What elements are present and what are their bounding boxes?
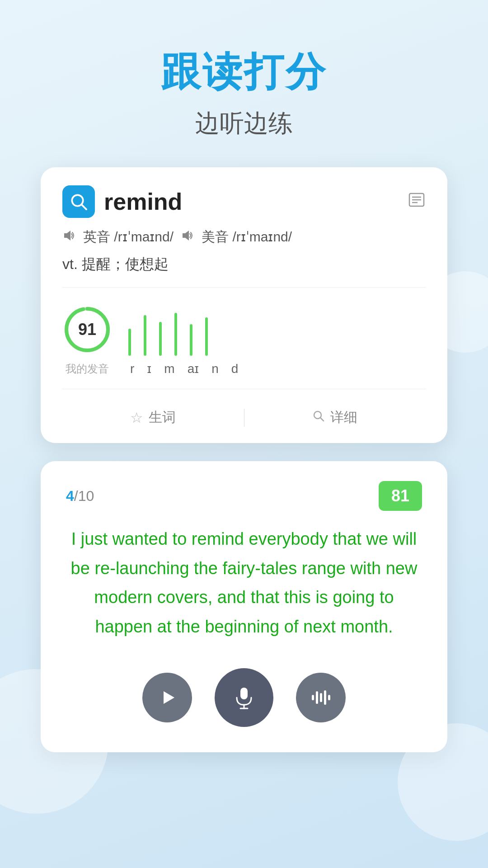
phonetics-row: 英音 /rɪˈmaɪnd/ 美音 /rɪˈmaɪnd/ xyxy=(62,228,426,246)
app-icon xyxy=(62,185,95,218)
word-text: remind xyxy=(104,188,182,215)
phonetic-label-uk: 英音 /rɪˈmaɪnd/ xyxy=(83,228,174,246)
waveform-button[interactable] xyxy=(296,673,346,722)
svg-line-11 xyxy=(320,418,324,421)
svg-rect-13 xyxy=(240,688,248,699)
vocabulary-button[interactable]: ☆ 生词 xyxy=(62,408,244,427)
phoneme-i: ɪ xyxy=(147,361,151,376)
dict-header-left: remind xyxy=(62,185,182,218)
progress-indicator: 4/10 xyxy=(66,488,94,505)
detail-label: 详细 xyxy=(330,408,357,427)
practice-card: 4/10 81 I just wanted to remind everybod… xyxy=(41,461,447,752)
microphone-button[interactable] xyxy=(215,668,273,727)
card-icon xyxy=(408,191,426,213)
dict-header: remind xyxy=(62,185,426,218)
speaker-uk-icon[interactable] xyxy=(62,229,76,245)
svg-marker-7 xyxy=(183,231,189,241)
page-main-title: 跟读打分 xyxy=(161,45,327,99)
bars-row xyxy=(128,320,208,356)
svg-marker-12 xyxy=(164,691,174,704)
divider-bottom xyxy=(62,389,426,389)
dictionary-card: remind 英音 /rɪˈmaɪnd/ xyxy=(41,167,447,443)
bar-3 xyxy=(159,322,162,356)
my-pronunciation-label: 我的发音 xyxy=(66,362,109,376)
progress-text: 4/10 xyxy=(66,488,94,504)
phoneme-n: n xyxy=(211,362,219,376)
controls-row xyxy=(66,668,422,727)
divider-top xyxy=(62,287,426,288)
bar-1 xyxy=(128,329,131,356)
bar-2 xyxy=(144,315,146,356)
phoneme-r: r xyxy=(130,362,134,376)
phoneme-d: d xyxy=(231,362,239,376)
practice-score-badge: 81 xyxy=(379,481,422,511)
progress-separator: / xyxy=(74,488,78,504)
bottom-actions: ☆ 生词 详细 xyxy=(62,397,426,427)
play-button[interactable] xyxy=(142,673,192,722)
star-icon: ☆ xyxy=(130,409,143,426)
score-wave-section: 91 我的发音 r ɪ m aɪ n xyxy=(62,296,426,381)
progress-total: 10 xyxy=(78,488,94,504)
speaker-us-icon[interactable] xyxy=(181,229,194,245)
svg-rect-17 xyxy=(316,691,318,704)
phonetic-label-us: 美音 /rɪˈmaɪnd/ xyxy=(202,228,292,246)
bar-5 xyxy=(190,324,192,356)
phoneme-m: m xyxy=(164,362,174,376)
progress-row: 4/10 81 xyxy=(66,481,422,511)
word-definition: vt. 提醒；使想起 xyxy=(62,255,426,274)
svg-rect-18 xyxy=(320,693,322,702)
svg-rect-16 xyxy=(312,695,314,700)
svg-marker-6 xyxy=(64,231,70,241)
search-icon xyxy=(312,410,325,425)
practice-sentence: I just wanted to remind everybody that w… xyxy=(66,524,422,641)
svg-rect-19 xyxy=(324,690,326,705)
page-sub-title: 边听边练 xyxy=(195,107,293,140)
bar-6 xyxy=(205,317,208,356)
phoneme-ai: aɪ xyxy=(188,361,199,376)
bar-4 xyxy=(174,313,177,356)
svg-rect-20 xyxy=(328,695,330,700)
waveform-area: r ɪ m aɪ n d xyxy=(128,320,426,376)
detail-button[interactable]: 详细 xyxy=(244,408,426,427)
svg-line-1 xyxy=(81,204,86,209)
score-circle: 91 xyxy=(62,305,112,354)
progress-current: 4 xyxy=(66,488,74,504)
phonemes-row: r ɪ m aɪ n d xyxy=(128,361,238,376)
score-number: 91 xyxy=(78,320,96,339)
vocabulary-label: 生词 xyxy=(149,408,176,427)
